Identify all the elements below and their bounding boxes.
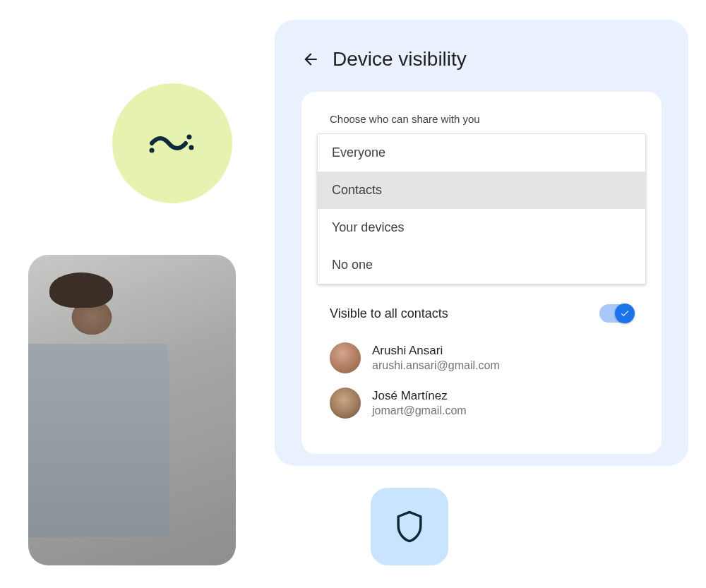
svg-point-1 bbox=[189, 145, 194, 150]
avatar bbox=[330, 342, 361, 373]
panel-header: Device visibility bbox=[301, 48, 662, 71]
page-title: Device visibility bbox=[333, 48, 467, 71]
device-visibility-panel: Device visibility Choose who can share w… bbox=[275, 20, 688, 466]
svg-point-0 bbox=[150, 148, 155, 153]
toggle-knob bbox=[615, 304, 635, 323]
back-button[interactable] bbox=[301, 50, 320, 68]
contact-row[interactable]: Arushi Ansari arushi.ansari@gmail.com bbox=[317, 342, 646, 373]
choose-label: Choose who can share with you bbox=[330, 113, 646, 125]
settings-card: Choose who can share with you Everyone C… bbox=[301, 92, 662, 454]
shield-tile bbox=[371, 488, 448, 565]
contact-email: arushi.ansari@gmail.com bbox=[372, 359, 500, 372]
contact-email: jomart@gmail.com bbox=[372, 404, 467, 417]
visibility-toggle[interactable] bbox=[599, 304, 633, 323]
avatar bbox=[330, 388, 361, 419]
option-your-devices[interactable]: Your devices bbox=[318, 209, 645, 246]
check-icon bbox=[620, 308, 630, 318]
visibility-toggle-row: Visible to all contacts bbox=[317, 304, 646, 323]
option-everyone[interactable]: Everyone bbox=[318, 134, 645, 172]
lifestyle-photo bbox=[28, 255, 236, 565]
contact-info: José Martínez jomart@gmail.com bbox=[372, 389, 467, 417]
wave-icon bbox=[148, 129, 197, 157]
contact-row[interactable]: José Martínez jomart@gmail.com bbox=[317, 388, 646, 419]
visibility-toggle-label: Visible to all contacts bbox=[330, 306, 448, 321]
share-options-list: Everyone Contacts Your devices No one bbox=[317, 133, 646, 284]
shield-icon bbox=[396, 510, 423, 543]
arrow-left-icon bbox=[301, 50, 320, 68]
contact-info: Arushi Ansari arushi.ansari@gmail.com bbox=[372, 344, 500, 372]
option-contacts[interactable]: Contacts bbox=[318, 172, 645, 209]
option-no-one[interactable]: No one bbox=[318, 246, 645, 284]
svg-point-2 bbox=[187, 135, 192, 140]
contact-name: José Martínez bbox=[372, 389, 467, 403]
decorative-circle bbox=[112, 83, 232, 203]
contact-name: Arushi Ansari bbox=[372, 344, 500, 358]
